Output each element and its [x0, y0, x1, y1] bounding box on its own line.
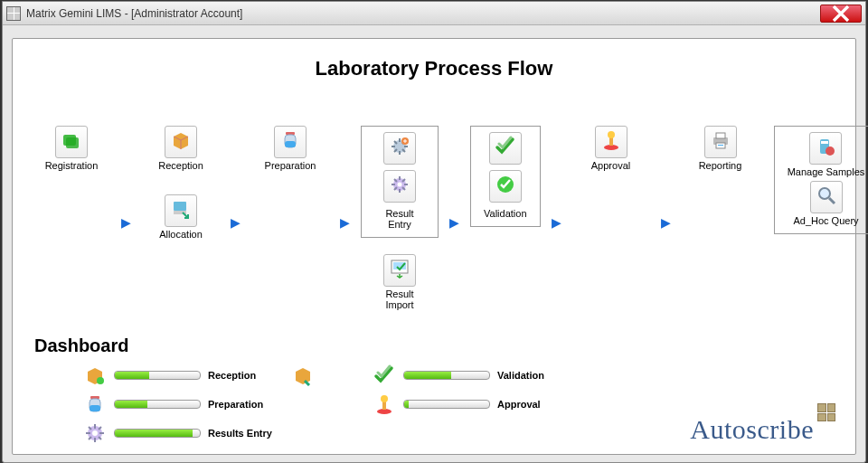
gear-icon [389, 174, 410, 199]
arrow-icon: ▶ [552, 215, 561, 230]
svg-point-36 [381, 395, 388, 402]
package-icon [83, 364, 107, 387]
package-arrow-icon [291, 364, 315, 387]
import-icon [389, 258, 410, 283]
svg-rect-8 [285, 141, 296, 147]
svg-rect-20 [716, 133, 725, 138]
stamp-icon [373, 392, 396, 416]
samples-icon [815, 136, 836, 161]
printer-icon [710, 129, 731, 155]
validation-check1-button[interactable] [489, 132, 522, 165]
dashboard-title: Dashboard [34, 335, 839, 356]
validation-check2-button[interactable] [489, 170, 522, 203]
result-import-button[interactable]: Result Import [361, 254, 439, 310]
gear-icon [83, 421, 107, 445]
process-flow-row: Registration ▶ Reception Allocation [29, 126, 839, 310]
reporting-button[interactable]: Reporting [682, 126, 760, 171]
brand-logo: Autoscribe [690, 414, 835, 445]
magnifier-icon [816, 184, 837, 210]
result-entry-gear2-button[interactable] [383, 170, 416, 203]
result-entry-group: Result Entry [361, 126, 439, 238]
svg-marker-30 [296, 368, 310, 384]
dash-package-extra[interactable] [291, 364, 373, 387]
close-icon [832, 5, 850, 23]
jar-icon [279, 129, 301, 155]
svg-point-26 [819, 188, 830, 199]
svg-rect-22 [718, 145, 723, 146]
titlebar: Matrix Gemini LIMS - [Administrator Acco… [3, 2, 865, 25]
arrow-icon: ▶ [121, 215, 131, 230]
allocation-button[interactable]: Allocation [142, 194, 220, 240]
svg-point-12 [398, 183, 402, 187]
svg-rect-33 [90, 405, 100, 411]
package-icon [170, 129, 192, 155]
preparation-button[interactable]: Preparation [251, 126, 329, 171]
allocation-icon [170, 198, 192, 223]
jar-icon [83, 392, 107, 416]
svg-point-18 [608, 131, 615, 138]
registration-button[interactable]: Registration [33, 126, 110, 171]
svg-point-29 [97, 377, 104, 384]
svg-point-38 [92, 430, 98, 436]
window-title: Matrix Gemini LIMS - [Administrator Acco… [26, 7, 820, 20]
arrow-icon: ▶ [661, 215, 671, 230]
arrow-icon: ▶ [231, 215, 241, 230]
page-title: Laboratory Process Flow [29, 57, 839, 80]
stamp-icon [600, 129, 622, 155]
check-circle-icon [495, 174, 516, 199]
svg-rect-4 [174, 202, 186, 211]
reception-button[interactable]: Reception [142, 126, 220, 171]
adhoc-query-button[interactable]: Ad_Hoc Query [793, 181, 858, 226]
validation-group: Validation [470, 126, 541, 227]
svg-rect-24 [821, 141, 828, 144]
arrow-icon: ▶ [340, 215, 350, 230]
manage-samples-button[interactable]: Manage Samples [788, 132, 865, 177]
gear-plus-icon [389, 136, 410, 161]
arrow-icon: ▶ [449, 215, 459, 230]
svg-point-25 [826, 146, 835, 156]
app-window: Matrix Gemini LIMS - [Administrator Acco… [2, 1, 866, 463]
svg-rect-1 [66, 137, 79, 148]
dash-approval[interactable]: Approval [373, 392, 608, 416]
utilities-group: Manage Samples Ad_Hoc Query [774, 126, 869, 234]
result-entry-gear1-button[interactable] [383, 132, 416, 165]
dash-reception[interactable]: Reception [83, 364, 291, 387]
double-check-icon [495, 136, 516, 161]
content-area: Laboratory Process Flow Registration ▶ [12, 38, 856, 455]
dash-validation[interactable]: Validation [373, 364, 608, 387]
close-button[interactable] [820, 5, 862, 23]
box-green-icon [61, 129, 82, 155]
dash-results-entry[interactable]: Results Entry [83, 421, 291, 445]
dash-preparation[interactable]: Preparation [83, 392, 291, 416]
svg-line-27 [829, 198, 835, 203]
double-check-icon [373, 364, 396, 387]
app-icon [6, 6, 21, 21]
approval-button[interactable]: Approval [572, 126, 650, 171]
